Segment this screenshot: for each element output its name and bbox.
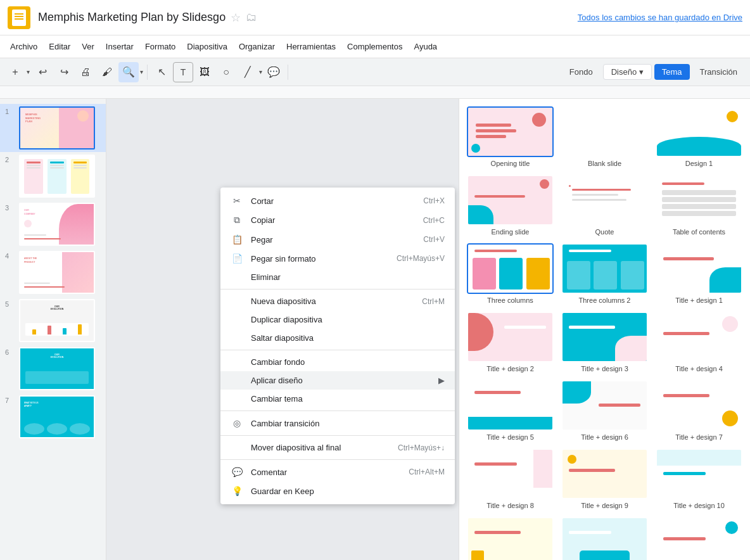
slide-item-2[interactable]: 2 [0,152,106,200]
cm-new-slide-label: Nueva diapositiva [251,296,422,306]
cm-skip-slide[interactable]: Saltar diapositiva [220,329,455,347]
cm-apply-design[interactable]: Aplicar diseño ▶ [220,371,455,390]
slide-item-3[interactable]: 3 OURCOMPANY [0,200,106,248]
slide-item-1[interactable]: 1 MEMPHISMARKETINGPLAN [0,104,106,152]
menu-ayuda[interactable]: Ayuda [409,39,442,54]
design-3col2[interactable]: Three columns 2 [561,243,648,304]
slide-panel: 1 MEMPHISMARKETINGPLAN 2 [0,99,106,560]
menu-formato[interactable]: Formato [140,39,181,54]
cm-save-keep[interactable]: 💡 Guardar en Keep [220,481,455,500]
design-opening-title[interactable]: Opening title [467,106,554,167]
cm-design-label: Aplicar diseño [251,376,438,385]
slide-thumb-4: ABOUT THEPRODUCT [19,251,95,294]
cm-paste-plain[interactable]: 📄 Pegar sin formato Ctrl+Mayús+V [220,249,455,268]
design-thumb-td7 [656,380,742,431]
cm-paste-shortcut: Ctrl+V [423,235,445,244]
slide-thumb-3: OURCOMPANY [19,203,95,246]
toolbar-line[interactable]: ╱ [238,62,258,82]
menu-ver[interactable]: Ver [77,39,99,54]
design-ending[interactable]: Ending slide [467,175,554,236]
design-td11[interactable]: Title + design 11 [467,517,554,560]
toolbar-shapes[interactable]: ○ [216,62,236,82]
design-td10[interactable]: Title + design 10 [656,449,742,509]
cm-separator-2 [220,350,455,350]
cm-comment[interactable]: 💬 Comentar Ctrl+Alt+M [220,462,455,481]
design-thumb-opening [467,106,554,157]
toolbar-textbox[interactable]: T [173,62,193,82]
design-td4[interactable]: Title + design 4 [656,312,742,372]
design-d1[interactable]: Design 1 [656,106,742,167]
cm-separator-1 [220,289,455,290]
toolbar-zoom-btn[interactable]: 🔍 [118,62,139,82]
toolbar-transicion-btn[interactable]: Transición [692,64,745,80]
slide-item-6[interactable]: 6 OUREVOLUTION [0,345,106,393]
design-label-td9: Title + design 9 [561,502,648,509]
slide-num-1: 1 [5,108,15,115]
transition-icon: ◎ [231,418,243,428]
slide-item-7[interactable]: 7 WHAT SETS USAPART? [0,393,106,441]
toolbar-comment[interactable]: 💬 [264,62,284,82]
cm-delete[interactable]: Eliminar [220,268,455,286]
design-quote[interactable]: Quote [561,175,648,236]
toolbar-tema-btn[interactable]: Tema [654,64,690,80]
cm-copy[interactable]: ⧉ Copiar Ctrl+C [220,210,455,230]
design-td5[interactable]: Title + design 5 [467,380,554,441]
menu-archivo[interactable]: Archivo [5,39,42,54]
menu-insertar[interactable]: Insertar [101,39,139,54]
menu-complementos[interactable]: Complementos [342,39,407,54]
cm-transition[interactable]: ◎ Cambiar transición [220,414,455,433]
cm-new-slide[interactable]: Nueva diapositiva Ctrl+M [220,292,455,310]
design-td1[interactable]: Title + design 1 [656,243,742,304]
toolbar-undo[interactable]: ↩ [32,62,53,82]
toolbar-redo[interactable]: ↪ [54,62,74,82]
design-td9[interactable]: Title + design 9 [561,449,648,509]
toolbar-image[interactable]: 🖼 [194,62,215,82]
menu-diapositiva[interactable]: Diapositiva [182,39,232,54]
keep-icon: 💡 [231,486,243,496]
menu-editar[interactable]: Editar [44,39,75,54]
toolbar-cursor[interactable]: ↖ [151,62,172,82]
design-toc[interactable]: Table of contents [656,175,742,236]
cm-change-theme[interactable]: Cambiar tema [220,390,455,408]
design-label-td8: Title + design 8 [467,502,554,509]
design-td2[interactable]: Title + design 2 [467,312,554,372]
design-label-toc: Table of contents [656,228,742,236]
cm-duplicate-slide[interactable]: Duplicar diapositiva [220,310,455,329]
cm-dup-label: Duplicar diapositiva [251,315,445,324]
toolbar-diseno-btn[interactable]: Diseño ▾ [603,64,652,80]
design-3col[interactable]: Three columns [467,243,554,304]
toolbar-format-paint[interactable]: 🖌 [97,62,117,82]
design-label-td3: Title + design 3 [561,365,648,372]
design-td3[interactable]: Title + design 3 [561,312,648,372]
menu-organizar[interactable]: Organizar [234,39,280,54]
slide-thumb-7: WHAT SETS USAPART? [19,395,95,438]
design-label-td4: Title + design 4 [656,365,742,372]
design-td6[interactable]: Title + design 6 [561,380,648,441]
design-td7[interactable]: Title + design 7 [656,380,742,441]
cm-change-bg[interactable]: Cambiar fondo [220,353,455,371]
toolbar-print[interactable]: 🖨 [75,62,96,82]
design-thumb-td13 [656,517,742,560]
cm-copy-label: Copiar [251,215,423,225]
cm-cut[interactable]: ✂ Cortar Ctrl+X [220,191,455,210]
design-td13[interactable]: Title + design 13 [656,517,742,560]
slide-item-5[interactable]: 5 OUREVOLUTION [0,296,106,345]
slide-num-5: 5 [5,300,15,308]
design-thumb-td6 [561,380,648,431]
cm-paste-plain-shortcut: Ctrl+Mayús+V [397,254,445,263]
design-td8[interactable]: Title + design 8 [467,449,554,509]
toolbar-add[interactable]: + [5,62,25,82]
star-icon[interactable]: ☆ [231,11,241,25]
design-td12[interactable]: Title + design 12 [561,517,648,560]
slide-item-4[interactable]: 4 ABOUT THEPRODUCT [0,248,106,296]
cm-move-end[interactable]: Mover diapositiva al final Ctrl+Mayús+↓ [220,438,455,457]
slide-num-7: 7 [5,397,15,404]
design-thumb-td11 [467,517,554,560]
toolbar-fondo-btn[interactable]: Fondo [562,64,601,80]
paste-plain-icon: 📄 [231,253,243,264]
folder-icon[interactable]: 🗂 [246,11,257,24]
cm-paste[interactable]: 📋 Pegar Ctrl+V [220,230,455,249]
design-blank-slide[interactable]: Blank slide [561,106,648,167]
cm-copy-shortcut: Ctrl+C [423,216,445,225]
menu-herramientas[interactable]: Herramientas [281,39,341,54]
